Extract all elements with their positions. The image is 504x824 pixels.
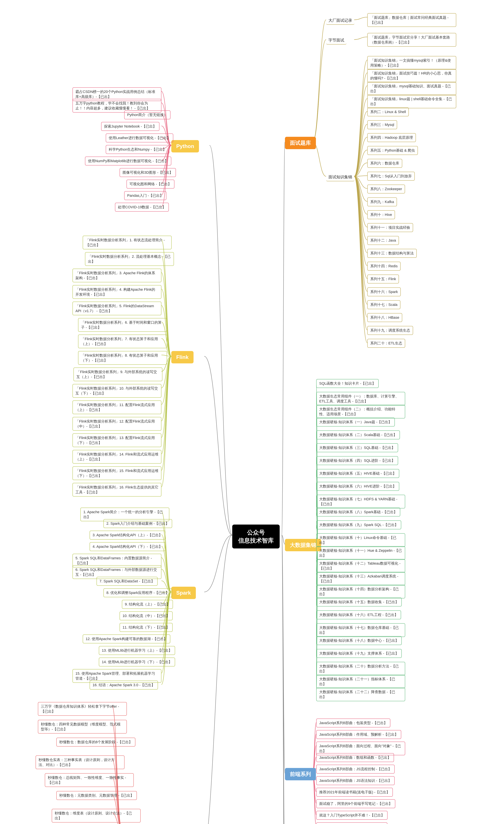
dw-basic-4: 秒懂数仓：总线矩阵、一致性维度、一致性事实 -【已出】 — [45, 773, 134, 787]
spark-leaf-9: 10. 结构化流（中）-【已出】 — [120, 611, 172, 620]
python-leaf-7: 图像可视化和3D图形 -【已出】 — [120, 168, 176, 177]
spark-leaf-6: 7. Spark SQL和DataSet -【已出】 — [97, 577, 158, 586]
spark-leaf-2: 3. Apache Spark结构化API（上）-【已出】 — [90, 531, 165, 539]
bigdata-leaf-15: 大数据硬核-知识体系（十三）Azkaban调度系统 -【已出】 — [316, 572, 405, 586]
int-2-leaf-17: 系列十五：Flink — [367, 275, 399, 284]
flink-leaf-12: 「Flink实时数据分析系列」13. 配置Flink流式应用（下）-【已出】 — [73, 433, 161, 447]
int-2-leaf-11: 系列九：Kafka — [367, 197, 397, 206]
int-2-leaf-12: 系列十：Hive — [367, 210, 395, 219]
bigdata-leaf-16: 大数据硬核-知识体系（十四）数据分析架构 -【已出】 — [316, 585, 405, 598]
spark-leaf-13: 14. 使用MLlib进行机器学习（下）-【已出】 — [99, 657, 175, 666]
int-2-leaf-0: 「面试知识集锦」一文搞懂mysql索引！（原理&使用策略）-【已出】 — [367, 56, 456, 70]
spark-leaf-10: 11. 结构化流（下）-【已出】 — [120, 623, 172, 632]
spark-leaf-11: 12. 使用Apache Spark构建可靠的数据湖 -【已出】 — [83, 634, 170, 643]
category-interview[interactable]: 面试题库 — [285, 137, 316, 149]
frontend-leaf-4: JavaScript系列6部曲：JS流程控制 -【已出】 — [316, 765, 395, 774]
flink-leaf-14: 「Flink实时数据分析系列」15. Flink和流式应用运维（下）-【已出】 — [73, 467, 161, 480]
frontend-leaf-3: JavaScript系列6部曲：数组和函数 -【已出】 — [316, 753, 394, 762]
int-2-leaf-22: 系列二十：ETL生态 — [367, 339, 405, 348]
int-2-leaf-20: 系列十八：HBase — [367, 313, 402, 322]
bigdata-leaf-22: 大数据硬核-知识体系（二十）数据分析方法 -【已出】 — [316, 662, 405, 676]
spark-leaf-1: 2. Spark入门介绍与基础案例 -【已出】 — [103, 519, 172, 528]
int-2-leaf-8: 系列六：数据仓库 — [367, 159, 402, 168]
python-leaf-10: 处理COVID-19数据 -【已出】 — [115, 203, 169, 212]
int-sub-2: 面试知识集锦 — [326, 173, 355, 181]
bigdata-leaf-13: 大数据硬核-知识体系（十一）Hue & Zeppelin -【已出】 — [316, 546, 405, 560]
flink-leaf-10: 「Flink实时数据分析系列」11. 配置Flink流式应用（上）-【已出】 — [73, 401, 161, 414]
flink-leaf-9: 「Flink实时数据分析系列」10. 与外部系统的读写交互（下）-【已出】 — [73, 384, 161, 398]
flink-leaf-0: 「Flink实时数据分析系列」1. 有状态流处理简介 -【已出】 — [83, 236, 172, 249]
int-sub-1: 字节面试 — [326, 36, 347, 44]
frontend-leaf-9: 盘点JavaScript数组常用方法！-【已出】 — [316, 822, 387, 824]
dw-basic-2: 秒懂数仓：数据仓库的8个发展阶段 -【已出】 — [56, 738, 135, 746]
spark-leaf-7: 8. 优化和调整Spark应用程序 -【已出】 — [103, 588, 172, 597]
flink-leaf-7: 「Flink实时数据分析系列」8. 有状态算子和应用（下）-【已出】 — [78, 351, 167, 365]
flink-leaf-15: 「Flink实时数据分析系列」16. Flink生态提供的其它工具 -【已出】 — [73, 483, 161, 497]
spark-leaf-8: 9. 结构化流（上）-【已出】 — [122, 600, 173, 609]
bigdata-leaf-0: SQL函数大全！知识卡片 -【已出】 — [316, 379, 379, 388]
spark-leaf-12: 13. 使用MLlib进行机器学习（上）-【已出】 — [99, 646, 175, 655]
bigdata-leaf-11: 大数据硬核-知识体系（九）Spark SQL -【已出】 — [316, 520, 401, 529]
category-flink[interactable]: Flink — [171, 351, 194, 364]
bigdata-leaf-20: 大数据硬核-知识体系（十八）数据中心 -【已出】 — [316, 636, 402, 645]
category-bigdata[interactable]: 大数据集锦 — [285, 539, 321, 551]
dw-basic-6: 秒懂数仓：维度表（设计原则、设计方法）-【已出】 — [52, 809, 141, 823]
category-spark[interactable]: Spark — [171, 587, 196, 599]
bigdata-leaf-9: 大数据硬核-知识体系（七）HDFS & YARN基础 -【已出】 — [316, 495, 405, 508]
int-2-leaf-2: 「面试知识集锦」mysql基础知识、面试真题 -【已出】 — [367, 82, 456, 95]
python-leaf-2: Python简介（暂无链接） — [124, 110, 170, 119]
python-leaf-5: 科学Python生态和Numpy -【已出】 — [106, 145, 169, 154]
dw-basic-5: 秒懂数仓：元数据类别、元数据管理 -【已出】 — [56, 791, 137, 800]
frontend-leaf-8: 就这？入门TypeScript并不难！-【已出】 — [316, 811, 388, 820]
int-2-leaf-13: 系列十一：项目实战经验 — [367, 223, 413, 232]
int-2-leaf-3: 「面试知识集锦」linux篇 | shell基础命令全集 -【已出】 — [367, 95, 456, 108]
root-node: 公众号 信息技术智库 — [232, 525, 280, 548]
bigdata-leaf-18: 大数据硬核-知识体系（十六）ETL工程 -【已出】 — [316, 610, 401, 619]
int-2-leaf-15: 系列十三：数据结构与算法 — [367, 249, 417, 258]
int-1-leaf-0: 「面试题库」字节面试官分享！大厂面试基本套路（数据仓库岗）-【已出】 — [367, 33, 456, 46]
bigdata-leaf-10: 大数据硬核-知识体系（八）Spark基础 -【已出】 — [316, 508, 400, 516]
dw-basic-1: 秒懂数仓：四种常见数据模型（维度模型、范式模型等）-【已出】 — [38, 720, 127, 733]
python-leaf-9: Pandas入门 -【已出】 — [124, 191, 166, 200]
int-2-leaf-18: 系列十六：Spark — [367, 287, 401, 296]
category-frontend[interactable]: 前端系列 — [285, 768, 316, 780]
bigdata-leaf-21: 大数据硬核-知识体系（十九）支撑体系 -【已出】 — [316, 649, 402, 658]
python-leaf-8: 可视化图和网络 -【已出】 — [126, 180, 174, 189]
bigdata-leaf-3: 大数据硬核-知识体系（一）Java篇 -【已出】 — [316, 418, 395, 426]
bigdata-leaf-8: 大数据硬核-知识体系（六）HIVE进阶 -【已出】 — [316, 482, 399, 491]
python-leaf-3: 探索Jupyter Notebook -【已出】 — [101, 122, 159, 131]
bigdata-leaf-17: 大数据硬核-知识体系（十五）数据收集 -【已出】 — [316, 598, 402, 607]
flink-leaf-4: 「Flink实时数据分析系列」5. Flink的DataStream API（v… — [73, 302, 161, 315]
frontend-leaf-5: JavaScript系列6部曲：JS语法知识 -【已出】 — [316, 776, 395, 785]
frontend-leaf-6: 推荐2021年前端读书籍(送电子版) -【已出】 — [316, 788, 393, 797]
flink-leaf-2: 「Flink实时数据分析系列」3. Apache Flink的体系架构 -【已出… — [73, 269, 161, 282]
bigdata-leaf-23: 大数据硬核-知识体系（二十一）指标体系 -【已出】 — [316, 675, 405, 688]
int-2-leaf-7: 系列五：Python基础 & 爬虫 — [367, 146, 418, 155]
frontend-leaf-0: JavaScript系列6部曲：包装类型 -【已出】 — [316, 719, 390, 727]
int-2-leaf-4: 系列二：Linux & Shell — [367, 107, 409, 116]
int-2-leaf-21: 系列十九：调度系统生态 — [367, 326, 413, 335]
int-2-leaf-6: 系列四：Hadoop 底层原理 — [367, 133, 416, 142]
python-leaf-4: 使用Leather进行数据可视化 -【已出】 — [106, 133, 173, 142]
bigdata-leaf-14: 大数据硬核-知识体系（十二）Tableau数据可视化 -【已出】 — [316, 559, 405, 573]
bigdata-leaf-24: 大数据硬核-知识体系（二十二）降查数据 -【已出】 — [316, 688, 405, 701]
flink-leaf-3: 「Flink实时数据分析系列」4. 构建Apache Flink的开发环境 -【… — [73, 285, 161, 299]
mindmap-canvas: 公众号 信息技术智库Python霸占CSDN榜一的20个Python实战用例总结… — [0, 0, 504, 824]
bigdata-leaf-19: 大数据硬核-知识体系（十七）数据仓库基础 -【已出】 — [316, 623, 405, 637]
int-sub-0: 大厂面试记录 — [326, 16, 355, 25]
int-2-leaf-10: 系列八：Zookeeper — [367, 185, 405, 194]
frontend-leaf-7: 面试稳了，阿里的9个前端手写笔记 -【已出】 — [316, 799, 395, 808]
bigdata-leaf-7: 大数据硬核-知识体系（五）HIVE基础 -【已出】 — [316, 469, 399, 478]
int-2-leaf-16: 系列十四：Redis — [367, 262, 401, 271]
flink-leaf-11: 「Flink实时数据分析系列」12. 配置Flink流式应用（中）-【已出】 — [73, 417, 161, 431]
flink-leaf-8: 「Flink实时数据分析系列」9. 与外部系统的读写交互（上）-【已出】 — [74, 368, 162, 381]
flink-leaf-6: 「Flink实时数据分析系列」7. 有状态算子和应用（上）-【已出】 — [78, 334, 167, 348]
category-python[interactable]: Python — [171, 140, 199, 152]
dw-basic-3: 秒懂数仓实表：三种事实表（设计原则，设计方法、对比）-【已出】 — [35, 755, 125, 769]
bigdata-leaf-5: 大数据硬核-知识体系（三）SQL基础 -【已出】 — [316, 443, 398, 452]
flink-leaf-1: 「Flink实时数据分析系列」2. 流处理基本概念 -【已出】 — [85, 252, 174, 266]
int-2-leaf-14: 系列十二：Java — [367, 236, 399, 245]
bigdata-leaf-4: 大数据硬核-知识体系（二）Scala基础 -【已出】 — [316, 430, 400, 439]
spark-leaf-15: 16. 结语：Apache Spark 3.0 -【已出】 — [90, 681, 158, 690]
bigdata-leaf-12: 大数据硬核-知识体系（十）Linux命令基础 -【已出】 — [316, 533, 405, 547]
